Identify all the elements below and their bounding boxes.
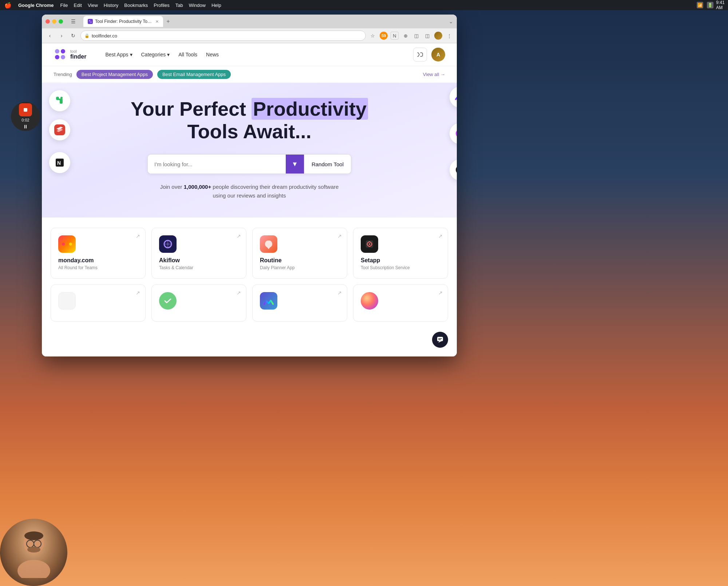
svg-rect-32: [437, 337, 443, 341]
menu-bar: 🍎 Google Chrome File Edit View History B…: [0, 0, 728, 10]
trending-pill-project-mgmt[interactable]: Best Project Management Apps: [76, 70, 153, 79]
tool-name-monday: monday.com: [58, 257, 138, 264]
svg-point-6: [27, 547, 40, 553]
tab-strip-button[interactable]: ☰: [69, 17, 78, 26]
user-avatar[interactable]: A: [431, 48, 445, 61]
search-input[interactable]: [148, 155, 286, 174]
profile-icon[interactable]: 59: [380, 32, 388, 40]
reload-button[interactable]: ↻: [69, 31, 78, 40]
chat-button[interactable]: [432, 332, 448, 348]
svg-point-8: [89, 20, 90, 21]
system-icon-battery[interactable]: 🔋: [707, 2, 713, 8]
site-logo[interactable]: tool finder: [54, 48, 86, 61]
menu-help[interactable]: Help: [211, 3, 221, 8]
search-dropdown-button[interactable]: ▼: [286, 155, 304, 174]
random-tool-button[interactable]: Random Tool: [304, 155, 351, 174]
tool-card-setapp[interactable]: ↗ Setapp Tool Subscription Service: [353, 228, 448, 279]
check-app-icon: [159, 292, 177, 310]
setapp-logo-icon: [364, 239, 375, 249]
active-tab[interactable]: Tool Finder: Productivity Tool... ✕: [83, 16, 163, 27]
hero-subtext-bold: 1,000,000+: [184, 184, 211, 190]
hero-title-highlight: Productivity: [252, 98, 368, 120]
address-input[interactable]: 🔒 toolfinder.co: [80, 31, 366, 41]
trending-pill-email-mgmt[interactable]: Best Email Management Apps: [157, 70, 231, 79]
todoist-icon: [54, 124, 65, 135]
gradient-app-icon: [361, 292, 378, 310]
chevron-down-icon: ▾: [167, 52, 170, 57]
recording-pause-button[interactable]: ⏸: [23, 124, 28, 129]
setapp-icon: [361, 235, 378, 253]
svg-point-27: [69, 243, 72, 246]
extension-icon-2[interactable]: ◫: [412, 32, 420, 40]
circle-app-icon: [455, 164, 457, 175]
forward-button[interactable]: ›: [57, 31, 66, 40]
tool-card-monday[interactable]: ↗ monday.com All Round for Teams: [51, 228, 146, 279]
bookmark-icon[interactable]: ☆: [369, 32, 377, 40]
shuffle-button[interactable]: [413, 48, 427, 61]
app-name[interactable]: Google Chrome: [18, 3, 54, 8]
tool-card-row2-4[interactable]: ↗: [353, 284, 448, 322]
tool-card-row2-2[interactable]: ↗: [151, 284, 246, 322]
svg-point-15: [61, 55, 65, 59]
svg-point-20: [456, 129, 457, 138]
clickup-logo-icon: [264, 297, 274, 305]
hero-section: N: [42, 83, 457, 218]
menu-window[interactable]: Window: [189, 3, 206, 8]
recording-widget[interactable]: 0:02 ⏸: [11, 102, 40, 131]
svg-point-16: [60, 97, 63, 99]
nav-news[interactable]: News: [206, 52, 219, 57]
menu-bar-system-icons: 📶 🔋 9:41 AM: [697, 2, 724, 8]
webcam-overlay: [0, 519, 67, 586]
browser-chrome: ☰ Tool Finder: Productivity Tool... ✕ + …: [42, 15, 457, 43]
tool-name-routine: Routine: [260, 257, 340, 264]
tool-card-row2-3[interactable]: ↗: [252, 284, 347, 322]
check-logo-icon: [163, 296, 173, 306]
system-icon-wifi[interactable]: 📶: [697, 2, 703, 8]
tool-card-row2-1[interactable]: ↗: [51, 284, 146, 322]
svg-point-11: [90, 21, 92, 23]
menu-bookmarks[interactable]: Bookmarks: [124, 3, 148, 8]
tab-bar: ☰ Tool Finder: Productivity Tool... ✕ + …: [42, 15, 457, 28]
nav-all-tools[interactable]: All Tools: [178, 52, 197, 57]
menu-edit[interactable]: Edit: [74, 3, 82, 8]
new-tab-button[interactable]: +: [163, 16, 173, 27]
external-link-icon: ↗: [237, 233, 241, 239]
close-window-button[interactable]: [46, 19, 50, 24]
recording-stop-button[interactable]: [19, 103, 32, 116]
svg-point-14: [55, 55, 59, 59]
trending-bar: Trending Best Project Management Apps Be…: [42, 66, 457, 83]
site-content: tool finder Best Apps ▾ Categories ▾ All…: [42, 43, 457, 356]
apple-menu[interactable]: 🍎: [4, 2, 12, 9]
tab-close-button[interactable]: ✕: [155, 19, 159, 24]
nav-best-apps[interactable]: Best Apps ▾: [105, 52, 132, 57]
window-controls: [46, 19, 63, 24]
address-bar-right: ☆ 59 N ⊕ ◫ ◫ ⋮: [369, 32, 453, 40]
nav-categories[interactable]: Categories ▾: [141, 52, 170, 57]
menu-view[interactable]: View: [88, 3, 98, 8]
site-nav: tool finder Best Apps ▾ Categories ▾ All…: [42, 43, 457, 66]
tab-list: Tool Finder: Productivity Tool... ✕ +: [83, 16, 173, 27]
tab-chevron[interactable]: ⌄: [449, 19, 453, 24]
back-button[interactable]: ‹: [46, 31, 54, 40]
svg-text:N: N: [57, 160, 61, 166]
tool-card-akiflow[interactable]: ↗ Akiflow Tasks & Calendar: [151, 228, 246, 279]
svg-point-31: [369, 243, 370, 245]
maximize-window-button[interactable]: [59, 19, 63, 24]
tool-card-routine[interactable]: ↗ Routine Daily Planner App: [252, 228, 347, 279]
menu-tab[interactable]: Tab: [175, 3, 183, 8]
svg-point-12: [55, 49, 59, 53]
menu-file[interactable]: File: [60, 3, 68, 8]
minimize-window-button[interactable]: [52, 19, 56, 24]
more-options-icon[interactable]: ⋮: [445, 32, 453, 40]
extension-icon-3[interactable]: ◫: [423, 32, 431, 40]
menu-profiles[interactable]: Profiles: [154, 3, 169, 8]
tab-label: Tool Finder: Productivity Tool...: [95, 19, 153, 24]
avatar-icon[interactable]: [434, 32, 442, 40]
extension-icon-1[interactable]: ⊕: [401, 32, 410, 40]
svg-point-13: [61, 49, 65, 53]
menu-history[interactable]: History: [104, 3, 118, 8]
notion-icon: N: [54, 157, 65, 168]
view-all-link[interactable]: View all →: [423, 72, 445, 77]
notion-icon[interactable]: N: [391, 32, 399, 40]
tools-grid: ↗ monday.com All Round for Teams ↗: [42, 218, 457, 332]
